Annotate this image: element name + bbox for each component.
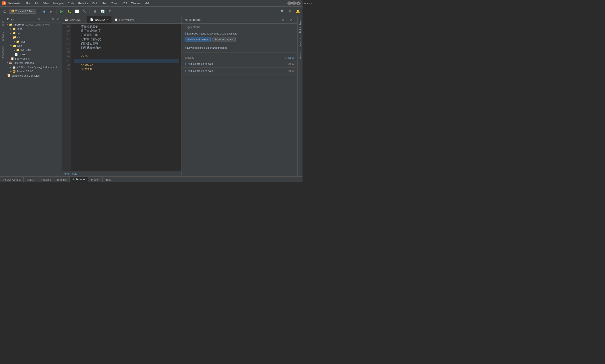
- breadcrumb-body[interactable]: body: [71, 172, 77, 175]
- maven-vtab[interactable]: Maven: [298, 50, 302, 61]
- tree-item-jdk[interactable]: ▶ ☕ < 1.8 > D:\Java\java_jdk\document: [5, 65, 62, 69]
- tree-item-external[interactable]: ▼ 📚 External Libraries: [5, 61, 62, 65]
- menu-vcs[interactable]: VCS: [120, 1, 129, 5]
- minimize-button[interactable]: ─: [287, 1, 291, 5]
- tab-terminal[interactable]: Terminal: [54, 177, 70, 182]
- tree-item-src[interactable]: ▼ 📁 src: [5, 35, 62, 39]
- build-button[interactable]: 🔨: [81, 8, 88, 15]
- tree-item-tomcat[interactable]: ▶ 🐱 Tomcat 8.5.90: [5, 69, 62, 74]
- menu-bar: File Edit View Navigate Code Refactor Bu…: [24, 1, 287, 5]
- gear-button[interactable]: ⚙: [107, 8, 114, 15]
- menu-code[interactable]: Code: [66, 1, 76, 5]
- code-content[interactable]: 不是谁的王子 讲不出煽情的字 在喧嚣的王国 守护自己的寂寞 门外惊心动魄 门里我…: [71, 24, 181, 171]
- dont-ask-button[interactable]: Don't ask again: [212, 37, 235, 42]
- notif-time-row-2: ℹ All files are up-to-date 10:12: [182, 68, 297, 75]
- tree-arrow-main: ▶: [14, 40, 15, 43]
- sidebar-expand-icon[interactable]: ≡: [41, 17, 46, 21]
- tab-close-main[interactable]: ✕: [82, 18, 84, 21]
- notif-text-idea: Localized IntelliJ IDEA 2022.2.1 is avai…: [187, 32, 237, 36]
- tab-firstweb-iml[interactable]: 📋 FirstWeb.iml ✕: [112, 16, 140, 23]
- tree-item-idea[interactable]: ▶ 📁 .idea: [5, 27, 62, 31]
- menu-build[interactable]: Build: [90, 1, 100, 5]
- tree-label-tomcat: Tomcat 8.5.90: [17, 70, 33, 73]
- back-button[interactable]: ◀: [40, 8, 47, 15]
- profile-button[interactable]: 📊: [74, 8, 80, 15]
- tree-item-main[interactable]: ▶ 📁 Main: [5, 39, 62, 44]
- scratches-icon: 📜: [7, 74, 10, 77]
- menu-file[interactable]: File: [24, 1, 32, 5]
- notifications-settings-icon[interactable]: ⚙: [280, 16, 286, 23]
- menu-window[interactable]: Window: [129, 1, 142, 5]
- code-editor[interactable]: 19 20 21 22 23 24 25 26 27 28 29 不是谁的王子 …: [62, 24, 181, 171]
- clear-all-button[interactable]: Clear all: [285, 56, 295, 59]
- tree-item-out[interactable]: ▶ 📁 out: [5, 31, 62, 35]
- tab-build[interactable]: Build: [103, 177, 114, 182]
- settings-button[interactable]: ⚙: [287, 8, 294, 15]
- info-icon-2: ℹ: [185, 46, 186, 50]
- debug-button[interactable]: 🐛: [66, 8, 73, 15]
- tab-settings-icon[interactable]: ⋮: [173, 16, 180, 23]
- tab-version-control[interactable]: Version Control: [0, 177, 24, 182]
- line-numbers: 19 20 21 22 23 24 25 26 27 28 29: [62, 24, 71, 171]
- menu-help[interactable]: Help: [143, 1, 152, 5]
- main-layout: Project Structure Bookmarks Project ⚙ ≡ …: [0, 16, 303, 176]
- tree-item-firstweb[interactable]: ▼ 📁 FirstWeb D:\Java_code\FirstWeb: [5, 23, 62, 27]
- todo-label: TODO: [26, 178, 34, 181]
- right-sidebar-tabs: Notifications Database Maven: [297, 16, 303, 176]
- tree-item-indexjsp[interactable]: 📄 index.jsp: [5, 52, 62, 56]
- stop-button[interactable]: ⏹: [92, 8, 98, 15]
- sidebar-header: Project ⚙ ≡ ↕ ⚙ ✕: [5, 16, 62, 23]
- tree-item-scratches[interactable]: 📜 Scratches and Consoles: [5, 74, 62, 78]
- project-icon[interactable]: 🗂: [1, 8, 8, 15]
- sidebar-close-icon[interactable]: ✕: [55, 17, 60, 21]
- sidebar-collapse-icon[interactable]: ↕: [46, 17, 50, 21]
- code-line-20: 讲不出煽情的字: [74, 29, 179, 33]
- database-vtab[interactable]: Database: [298, 36, 302, 49]
- breadcrumb: html › body: [62, 171, 181, 176]
- notifications-close-icon[interactable]: ✕: [288, 16, 295, 23]
- menu-navigate[interactable]: Navigate: [51, 1, 65, 5]
- run-button[interactable]: ▶: [58, 8, 65, 15]
- tree-arrow-web: ▼: [10, 45, 12, 47]
- tab-close-index[interactable]: ✕: [107, 18, 109, 21]
- menu-tools[interactable]: Tools: [109, 1, 119, 5]
- tree-item-path: D:\Java_code\FirstWeb: [26, 23, 50, 26]
- sidebar-settings-icon[interactable]: ⚙: [37, 17, 41, 21]
- lib-icon: 📚: [9, 61, 13, 65]
- info-icon-3: ℹ: [185, 62, 186, 66]
- sidebar-gear-icon[interactable]: ⚙: [51, 17, 55, 21]
- code-line-24: 门里我泰然自若: [74, 46, 179, 50]
- tab-problems[interactable]: Problems: [37, 177, 54, 182]
- folder-icon-webinf: 📁: [16, 49, 20, 52]
- breadcrumb-html[interactable]: html: [64, 172, 69, 175]
- tab-actions: ⋮: [172, 16, 181, 23]
- notifications-button[interactable]: 🔔: [295, 8, 301, 15]
- tree-item-web[interactable]: ▼ 📁 web: [5, 44, 62, 48]
- tab-index-jsp[interactable]: 📄 index.jsp ✕: [87, 16, 112, 23]
- server-selector[interactable]: 🐱 Tomcat 8.5.90 ▾: [9, 9, 36, 14]
- tree-item-webinf[interactable]: ▶ 📁 WEB-INF: [5, 48, 62, 52]
- update-button[interactable]: 🔄: [99, 8, 106, 15]
- forward-button[interactable]: ▶: [48, 8, 54, 15]
- timeline-header: Timeline Clear all: [182, 55, 297, 61]
- tab-close-iml[interactable]: ✕: [135, 18, 137, 21]
- notifications-vtab[interactable]: Notifications: [298, 18, 302, 35]
- project-tab[interactable]: Project: [0, 18, 4, 29]
- menu-run[interactable]: Run: [101, 1, 109, 5]
- switch-restart-button[interactable]: Switch and restart: [185, 37, 211, 42]
- bookmarks-tab[interactable]: Bookmarks: [0, 44, 4, 60]
- search-button[interactable]: 🔍: [279, 8, 286, 15]
- menu-refactor[interactable]: Refactor: [76, 1, 90, 5]
- menu-view[interactable]: View: [42, 1, 51, 5]
- tab-profiler[interactable]: Profiler: [88, 177, 103, 182]
- tab-main-java[interactable]: ☕ Main.java ✕: [62, 16, 87, 23]
- toolbar-separator: [38, 9, 38, 14]
- tree-item-firstwebiml[interactable]: 📋 FirstWeb.iml: [5, 56, 62, 61]
- info-icon-4: ℹ: [185, 69, 186, 73]
- structure-tab[interactable]: Structure: [0, 30, 4, 43]
- tree-arrow-jdk: ▶: [10, 66, 12, 68]
- tab-services[interactable]: Services: [70, 177, 88, 182]
- menu-edit[interactable]: Edit: [33, 1, 41, 5]
- tree-label-main: Main: [21, 40, 26, 43]
- tab-todo[interactable]: TODO: [24, 177, 37, 182]
